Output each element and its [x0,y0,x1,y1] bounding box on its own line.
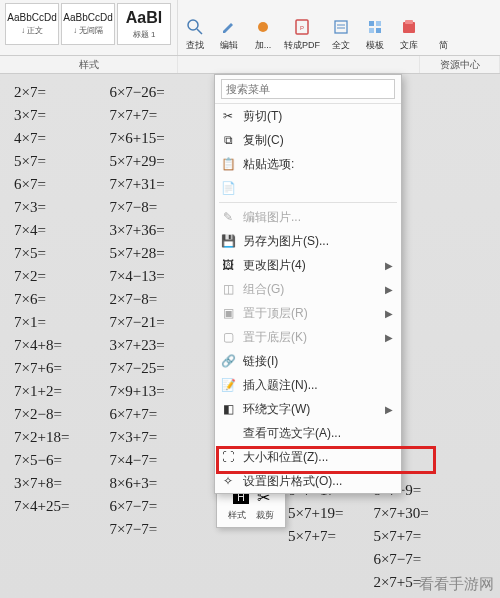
svg-rect-8 [369,21,374,26]
svg-rect-10 [369,28,374,33]
save-image-icon: 💾 [219,233,237,249]
chevron-right-icon: ▶ [385,284,393,295]
menu-search-row [215,75,401,104]
math-expression: 6×7−7= [109,498,164,515]
fulltext-label: 全文 [332,39,350,52]
math-expression: 7×5= [14,245,69,262]
edit-image-icon: ✎ [219,209,237,225]
menu-edit-image: ✎编辑图片... [215,205,401,229]
styles-gallery[interactable]: AaBbCcDd ↓ 正文 AaBbCcDd ↓ 无间隔 AaBl 标题 1 [0,0,178,55]
math-expression: 7×1+2= [14,383,69,400]
section-labels: 样式 资源中心 [0,56,500,74]
math-expression: 7×7−8= [109,199,164,216]
template-label: 模板 [366,39,384,52]
menu-cut[interactable]: ✂剪切(T) [215,104,401,128]
context-menu: ✂剪切(T) ⧉复制(C) 📋粘贴选项: 📄 ✎编辑图片... 💾另存为图片(S… [214,74,402,494]
menu-wrap-text[interactable]: ◧环绕文字(W)▶ [215,397,401,421]
size-icon: ⛶ [219,449,237,465]
menu-view-alt-text[interactable]: 查看可选文字(A)... [215,421,401,445]
math-expression: 5×7+19= [288,505,343,522]
fulltext-button[interactable]: 全文 [324,0,358,55]
svg-line-1 [197,29,202,34]
math-expression: 7×7+6= [14,360,69,377]
format-picture-icon: ✧ [219,473,237,489]
math-expression: 7×3= [14,199,69,216]
style-heading-1[interactable]: AaBl 标题 1 [117,3,171,45]
add-button[interactable]: 加... [246,0,280,55]
math-expression: 5×7= [14,153,69,170]
cut-icon: ✂ [219,108,237,124]
edit-icon [219,17,239,37]
simple-button[interactable]: 简 [426,0,460,55]
document-area: 2×7=3×7=4×7=5×7=6×7=7×3=7×4=7×5=7×2=7×6=… [0,74,500,598]
math-column-2: 6×7−26=7×7+7=7×6+15=5×7+29=7×7+31=7×7−8=… [109,84,164,538]
simple-label: 简 [439,39,448,52]
svg-rect-9 [376,21,381,26]
menu-bring-front: ▣置于顶层(R)▶ [215,301,401,325]
math-expression: 7×7+30= [373,505,428,522]
menu-paste-options[interactable]: 📋粘贴选项: [215,152,401,176]
watermark: 看看手游网 [419,575,494,594]
math-column-3: 6×7+17=5×7+19=5×7+7= [288,482,343,598]
menu-save-as-image[interactable]: 💾另存为图片(S)... [215,229,401,253]
menu-separator [219,202,397,203]
mini-crop-label: 裁剪 [256,509,274,522]
math-expression: 7×4= [14,222,69,239]
alt-text-icon [219,425,237,441]
math-expression: 7×7−7= [109,521,164,538]
library-button[interactable]: 文库 [392,0,426,55]
paste-icon: 📋 [219,156,237,172]
math-expression: 7×2= [14,268,69,285]
svg-point-0 [188,20,198,30]
dot-icon [253,17,273,37]
library-label: 文库 [400,39,418,52]
menu-search-input[interactable] [221,79,395,99]
math-expression: 6×7= [14,176,69,193]
copy-icon: ⧉ [219,132,237,148]
math-expression: 7×3+7= [109,429,164,446]
svg-rect-11 [376,28,381,33]
wrap-text-icon: ◧ [219,401,237,417]
menu-change-image[interactable]: 🖼更改图片(4)▶ [215,253,401,277]
chevron-right-icon: ▶ [385,332,393,343]
section-styles-label: 样式 [0,56,178,73]
math-expression: 3×7+23= [109,337,164,354]
edit-button[interactable]: 编辑 [212,0,246,55]
math-expression: 7×7−21= [109,314,164,331]
search-icon [185,17,205,37]
math-expression: 6×7−26= [109,84,164,101]
svg-text:P: P [300,25,304,31]
template-button[interactable]: 模板 [358,0,392,55]
math-expression: 7×1= [14,314,69,331]
svg-rect-13 [405,20,413,24]
math-column-1: 2×7=3×7=4×7=5×7=6×7=7×3=7×4=7×5=7×2=7×6=… [14,84,69,538]
menu-group: ◫组合(G)▶ [215,277,401,301]
menu-insert-caption[interactable]: 📝插入题注(N)... [215,373,401,397]
ribbon: AaBbCcDd ↓ 正文 AaBbCcDd ↓ 无间隔 AaBl 标题 1 查… [0,0,500,56]
math-expression: 7×7+7= [109,107,164,124]
math-expression: 7×4+25= [14,498,69,515]
math-expression: 6×7−7= [373,551,428,568]
bring-front-icon: ▣ [219,305,237,321]
math-expression: 2×7−8= [109,291,164,308]
menu-paste-choice[interactable]: 📄 [215,176,401,200]
math-expression: 7×7+31= [109,176,164,193]
math-expression: 7×4+8= [14,337,69,354]
pdf-button[interactable]: P 转成PDF [280,0,324,55]
menu-size-position[interactable]: ⛶大小和位置(Z)... [215,445,401,469]
menu-format-picture[interactable]: ✧设置图片格式(O)... [215,469,401,493]
template-icon [365,17,385,37]
pdf-icon: P [292,17,312,37]
math-expression: 5×7+29= [109,153,164,170]
clipboard-icon: 📄 [219,180,237,196]
menu-copy[interactable]: ⧉复制(C) [215,128,401,152]
simple-icon [433,17,453,37]
edit-label: 编辑 [220,39,238,52]
style-no-spacing[interactable]: AaBbCcDd ↓ 无间隔 [61,3,115,45]
find-button[interactable]: 查找 [178,0,212,55]
style-normal[interactable]: AaBbCcDd ↓ 正文 [5,3,59,45]
chevron-right-icon: ▶ [385,260,393,271]
menu-send-back: ▢置于底层(K)▶ [215,325,401,349]
menu-link[interactable]: 🔗链接(I) [215,349,401,373]
math-expression: 2×7= [14,84,69,101]
